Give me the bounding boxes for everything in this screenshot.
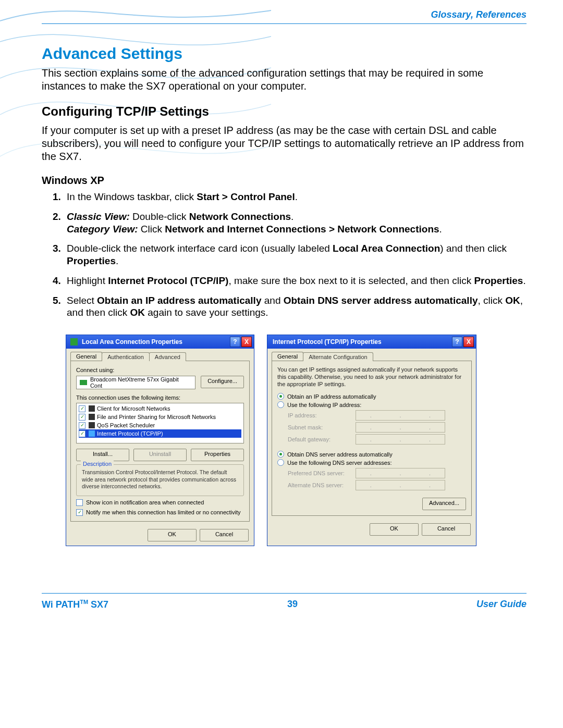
option-auto-dns[interactable]: Obtain DNS server address automatically xyxy=(277,451,466,458)
tab-altconfig[interactable]: Alternate Configuration xyxy=(303,352,373,361)
footer-product: Wi PATHTM SX7 xyxy=(42,599,108,610)
radio-icon[interactable] xyxy=(277,401,284,408)
pdns-field: ... xyxy=(356,468,445,478)
page-title: Advanced Settings xyxy=(42,45,527,63)
section-tcpip-title: Configuring TCP/IP Settings xyxy=(42,104,527,119)
radio-icon[interactable] xyxy=(277,451,284,458)
dialog-lan-properties: Local Area Connection Properties ? X Gen… xyxy=(66,335,254,546)
service-icon xyxy=(89,414,95,420)
uninstall-button[interactable]: Uninstall xyxy=(133,449,187,461)
step-5: Select Obtain an IP address automaticall… xyxy=(64,294,527,319)
adns-field: ... xyxy=(356,480,445,490)
service-icon xyxy=(89,405,95,412)
description-legend: Description xyxy=(81,461,114,467)
checkbox-icon[interactable] xyxy=(76,499,83,506)
subnet-label: Subnet mask: xyxy=(288,424,356,430)
list-item[interactable]: Client for Microsoft Networks xyxy=(79,404,241,413)
description-text: Transmission Control Protocol/Internet P… xyxy=(81,468,239,491)
pdns-label: Preferred DNS server: xyxy=(288,470,356,476)
description-group: Description Transmission Control Protoco… xyxy=(76,464,244,496)
checkbox-icon[interactable] xyxy=(79,405,85,412)
tab-general[interactable]: General xyxy=(70,352,102,361)
header-rule xyxy=(42,23,527,24)
info-text: You can get IP settings assigned automat… xyxy=(277,366,466,388)
gateway-label: Default gateway: xyxy=(288,436,356,442)
tab-general[interactable]: General xyxy=(272,352,303,361)
list-item[interactable]: QoS Packet Scheduler xyxy=(79,421,241,429)
checkbox-icon[interactable] xyxy=(76,509,83,516)
help-button[interactable]: ? xyxy=(452,337,462,347)
notify-option[interactable]: Notify me when this connection has limit… xyxy=(76,509,244,516)
checkbox-icon[interactable] xyxy=(79,430,85,437)
steps-list: In the Windows taskbar, click Start > Co… xyxy=(42,191,527,319)
cancel-button[interactable]: Cancel xyxy=(422,523,471,536)
option-use-ip[interactable]: Use the following IP address: xyxy=(277,401,466,408)
footer-doc-title: User Guide xyxy=(476,599,527,610)
dialog-title: Internet Protocol (TCP/IP) Properties xyxy=(270,338,451,346)
step-4: Highlight Internet Protocol (TCP/IP), ma… xyxy=(64,275,527,287)
titlebar[interactable]: Local Area Connection Properties ? X xyxy=(66,335,254,349)
dialog-title: Local Area Connection Properties xyxy=(80,338,229,346)
checkbox-icon[interactable] xyxy=(79,414,85,421)
service-icon xyxy=(89,422,95,428)
adns-label: Alternate DNS server: xyxy=(288,482,356,488)
properties-button[interactable]: Properties xyxy=(191,449,244,461)
footer-page-number: 39 xyxy=(108,599,476,610)
uses-items-label: This connection uses the following items… xyxy=(76,394,244,401)
ok-button[interactable]: OK xyxy=(148,529,197,541)
list-item-selected[interactable]: Internet Protocol (TCP/IP) xyxy=(79,429,241,438)
install-button[interactable]: Install... xyxy=(76,449,129,461)
ip-fields: IP address:... Subnet mask:... Default g… xyxy=(288,410,466,445)
dns-fields: Preferred DNS server:... Alternate DNS s… xyxy=(288,468,466,490)
radio-icon[interactable] xyxy=(277,393,284,400)
subnet-field: ... xyxy=(356,422,445,433)
intro-text: This section explains some of the advanc… xyxy=(42,67,527,93)
radio-icon[interactable] xyxy=(277,459,284,466)
configure-button[interactable]: Configure... xyxy=(201,376,244,388)
titlebar[interactable]: Internet Protocol (TCP/IP) Properties ? … xyxy=(267,335,476,349)
tcpip-intro-text: If your computer is set up with a preset… xyxy=(42,124,527,163)
tab-authentication[interactable]: Authentication xyxy=(102,352,150,361)
service-icon xyxy=(89,430,95,437)
ip-address-label: IP address: xyxy=(288,412,356,418)
step-2: Classic View: Double-click Network Conne… xyxy=(64,211,527,236)
ip-address-field: ... xyxy=(356,410,445,421)
network-icon xyxy=(70,338,78,346)
option-use-dns[interactable]: Use the following DNS server addresses: xyxy=(277,459,466,466)
list-item[interactable]: File and Printer Sharing for Microsoft N… xyxy=(79,413,241,421)
checkbox-icon[interactable] xyxy=(79,422,85,429)
subsection-winxp-title: Windows XP xyxy=(42,175,527,187)
tab-advanced[interactable]: Advanced xyxy=(149,352,186,361)
help-button[interactable]: ? xyxy=(230,337,240,347)
close-button[interactable]: X xyxy=(241,337,252,347)
step-1: In the Windows taskbar, click Start > Co… xyxy=(64,191,527,203)
items-listbox[interactable]: Client for Microsoft Networks File and P… xyxy=(76,403,244,443)
cancel-button[interactable]: Cancel xyxy=(200,529,249,541)
close-button[interactable]: X xyxy=(463,337,474,347)
header-section-link[interactable]: Glossary, References xyxy=(42,9,527,20)
show-icon-option[interactable]: Show icon in notification area when conn… xyxy=(76,499,244,506)
option-auto-ip[interactable]: Obtain an IP address automatically xyxy=(277,393,466,400)
page-footer: Wi PATHTM SX7 39 User Guide xyxy=(42,593,527,610)
nic-icon xyxy=(80,380,87,385)
nic-field[interactable]: Broadcom NetXtreme 57xx Gigabit Cont xyxy=(76,376,195,389)
step-3: Double-click the network interface card … xyxy=(64,242,527,267)
gateway-field: ... xyxy=(356,434,445,445)
dialog-tcpip-properties: Internet Protocol (TCP/IP) Properties ? … xyxy=(267,335,476,546)
ok-button[interactable]: OK xyxy=(370,523,419,536)
connect-using-label: Connect using: xyxy=(76,367,244,373)
advanced-button[interactable]: Advanced... xyxy=(422,498,466,510)
